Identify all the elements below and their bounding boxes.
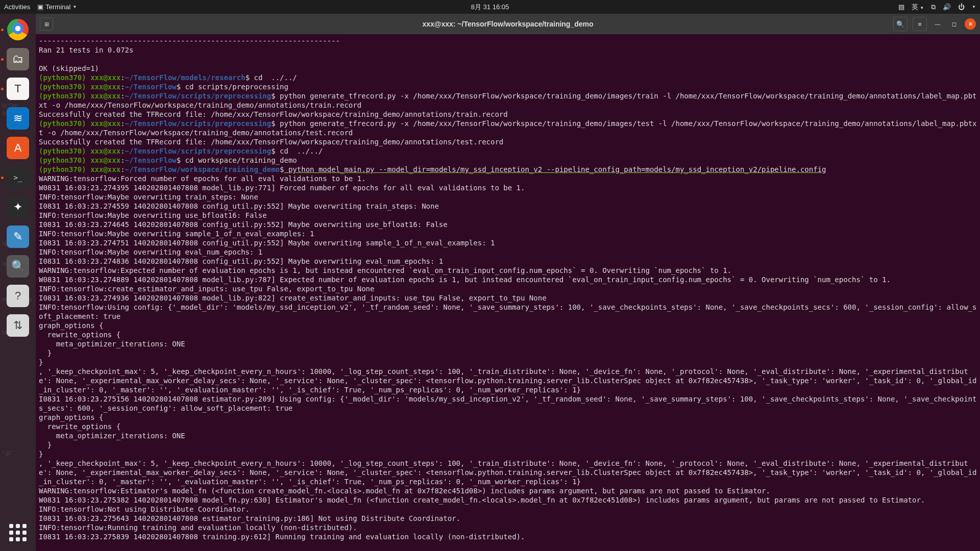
terminal-icon: ▣ [37, 3, 43, 11]
maximize-button[interactable]: ◻ [948, 18, 960, 30]
new-tab-button[interactable]: ⊞ [40, 17, 53, 31]
show-applications[interactable] [7, 521, 29, 544]
vscode-icon: ≋ [7, 107, 29, 130]
app-menu-label: Terminal [45, 3, 70, 11]
close-button[interactable]: ✕ [965, 18, 976, 30]
close-icon: ✕ [968, 21, 973, 28]
input-method[interactable]: 英 ▼ [912, 3, 924, 12]
help-icon: ? [7, 285, 29, 307]
maximize-icon: ◻ [952, 21, 957, 28]
volume-icon[interactable]: 🔊 [943, 3, 951, 11]
minimize-button[interactable]: — [932, 18, 943, 30]
search-button[interactable]: 🔍 [893, 17, 908, 31]
usb-icon: ⇅ [7, 314, 29, 337]
dock-text-editor[interactable]: T [5, 76, 31, 102]
wifi-icon[interactable]: ⧉ [931, 3, 936, 11]
terminal-icon: >_ [5, 166, 31, 189]
dock-files[interactable]: 🗂 [5, 46, 31, 72]
hamburger-icon: ≡ [918, 20, 922, 28]
terminal-window: ⊞ xxx@xxx: ~/TensorFlow/workspace/traini… [36, 14, 980, 551]
dock-image-viewer[interactable]: 🔍 [5, 254, 31, 279]
dock-chrome[interactable] [5, 17, 31, 42]
chrome-icon [7, 19, 29, 40]
clock[interactable]: 8月 31 16:05 [471, 3, 509, 12]
chevron-down-icon: ▼ [920, 6, 924, 10]
dock-krita[interactable]: ✦ [5, 194, 31, 220]
notes-icon: ✎ [7, 226, 29, 248]
dock: 🗂 T ≋ A >_ ✦ ✎ 🔍 ? ⇅ [0, 14, 36, 551]
terminal-output[interactable]: ----------------------------------------… [36, 34, 980, 551]
minimize-icon: — [935, 21, 941, 27]
gnome-top-bar: Activities ▣ Terminal ▼ 8月 31 16:05 ▧ 英 … [0, 0, 980, 14]
chevron-down-icon: ▼ [72, 5, 77, 9]
text-editor-icon: T [7, 78, 29, 100]
window-title: xxx@xxx: ~/TensorFlow/workspace/training… [422, 20, 593, 28]
chevron-down-icon: ▼ [972, 5, 976, 9]
dock-help[interactable]: ? [5, 283, 31, 309]
app-menu[interactable]: ▣ Terminal ▼ [37, 3, 77, 11]
screenshot-icon[interactable]: ▧ [898, 3, 904, 11]
new-tab-icon: ⊞ [44, 21, 49, 28]
dock-vscode[interactable]: ≋ [5, 106, 31, 131]
titlebar: ⊞ xxx@xxx: ~/TensorFlow/workspace/traini… [36, 14, 980, 34]
input-method-label: 英 [912, 3, 918, 11]
dock-usb[interactable]: ⇅ [5, 313, 31, 338]
dock-software[interactable]: A [5, 135, 31, 161]
activities-button[interactable]: Activities [4, 3, 30, 11]
power-icon[interactable]: ⏻ [958, 3, 965, 11]
dock-terminal[interactable]: >_ [5, 165, 31, 190]
files-icon: 🗂 [7, 48, 29, 70]
software-icon: A [7, 137, 29, 159]
dock-notes[interactable]: ✎ [5, 224, 31, 249]
krita-icon: ✦ [7, 196, 29, 218]
menu-button[interactable]: ≡ [913, 17, 927, 31]
image-viewer-icon: 🔍 [7, 255, 29, 278]
search-icon: 🔍 [896, 20, 904, 28]
